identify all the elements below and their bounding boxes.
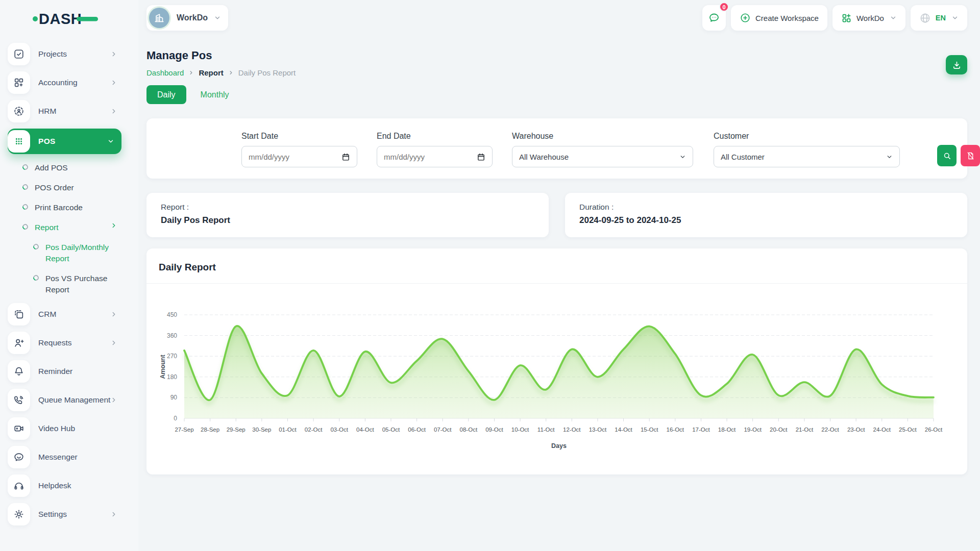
x-tick-label: 06-Oct (408, 427, 426, 433)
daily-report-card: Daily Report 09018027036045027-Sep28-Sep… (146, 248, 967, 474)
calendar-icon[interactable] (341, 153, 350, 161)
calendar-icon[interactable] (477, 153, 485, 161)
workspace-avatar building-icon (149, 8, 169, 28)
sidebar-item-settings[interactable]: Settings (8, 503, 121, 525)
tab-daily[interactable]: Daily (146, 85, 186, 104)
create-workspace-button[interactable]: Create Workspace (731, 5, 827, 31)
chevron-right-icon (110, 79, 117, 86)
sidebar-subitem-pos-vs-purchase-report[interactable]: Pos VS Purchase Report (8, 272, 121, 296)
sidebar-subitem-add-pos[interactable]: Add POS (8, 161, 121, 174)
chevron-right-icon (110, 51, 117, 58)
report-period-tabs: Daily Monthly (146, 85, 229, 104)
messages-button[interactable]: 0 (702, 5, 726, 31)
y-tick-label: 450 (167, 311, 177, 318)
x-tick-label: 07-Oct (434, 427, 452, 433)
copy-panels-icon (8, 303, 30, 325)
y-tick-label: 0 (174, 415, 177, 422)
start-date-label: Start Date (241, 132, 357, 141)
x-tick-label: 28-Sep (201, 427, 219, 433)
warehouse-select[interactable]: All Warehouse (512, 146, 693, 167)
sidebar-subitem-report[interactable]: Report (8, 221, 121, 234)
x-tick-label: 16-Oct (667, 427, 684, 433)
chevron-down-icon (890, 14, 897, 21)
brand-logo[interactable]: DASH (33, 8, 99, 30)
chevron-down-icon (679, 154, 686, 160)
filter-buttons (937, 145, 980, 166)
grid-plus-icon (8, 71, 30, 94)
y-tick-label: 180 (167, 373, 177, 381)
x-tick-label: 10-Oct (511, 427, 529, 433)
sidebar-nav: ProjectsAccountingHRMPOSAdd POSPOS Order… (8, 43, 121, 532)
filter-panel: Start Date End Date Warehouse All Wareho… (146, 118, 967, 179)
sidebar-item-hrm[interactable]: HRM (8, 100, 121, 122)
x-tick-label: 11-Oct (537, 427, 555, 433)
reset-filter-button[interactable] (961, 145, 980, 166)
x-tick-label: 14-Oct (615, 427, 632, 433)
globe-icon (919, 12, 931, 24)
sidebar-item-projects[interactable]: Projects (8, 43, 121, 65)
x-tick-label: 01-Oct (279, 427, 297, 433)
chevron-right-icon (110, 222, 117, 229)
x-tick-label: 02-Oct (305, 427, 323, 433)
download-button[interactable] (946, 55, 967, 74)
topbar-actions: 0 Create Workspace WorkDo EN (702, 5, 967, 31)
end-date-text[interactable] (384, 153, 477, 161)
sidebar-item-messenger[interactable]: Messenger (8, 446, 121, 468)
chevron-down-icon (951, 14, 959, 21)
breadcrumb-current: Daily Pos Report (238, 68, 296, 77)
messages-badge: 0 (719, 2, 729, 12)
search-button[interactable] (937, 145, 957, 166)
language-selector[interactable]: EN (911, 5, 967, 31)
start-date-input[interactable] (241, 146, 357, 167)
x-tick-label: 15-Oct (641, 427, 658, 433)
x-axis-title: Days (551, 442, 567, 449)
donut-bullet-icon (21, 203, 29, 211)
scan-user-icon (8, 100, 30, 122)
duration-card-value: 2024-09-25 to 2024-10-25 (579, 215, 953, 226)
chart-title: Daily Report (146, 248, 967, 284)
sidebar-item-pos[interactable]: POS (8, 129, 121, 154)
x-tick-label: 22-Oct (821, 427, 839, 433)
workspace-switcher[interactable]: WorkDo (146, 5, 228, 31)
customer-select[interactable]: All Customer (714, 146, 900, 167)
end-date-input[interactable] (377, 146, 493, 167)
sidebar-item-accounting[interactable]: Accounting (8, 71, 121, 94)
area-fill (184, 326, 934, 418)
chevron-right-icon (228, 70, 234, 76)
sidebar-item-crm[interactable]: CRM (8, 303, 121, 325)
dots-grid-icon (8, 130, 30, 153)
user-plus-icon (8, 332, 30, 354)
sidebar-subitem-print-barcode[interactable]: Print Barcode (8, 201, 121, 214)
x-tick-label: 29-Sep (227, 427, 246, 433)
create-workspace-label: Create Workspace (755, 14, 819, 22)
headphones-icon (8, 474, 30, 497)
chart-area: 09018027036045027-Sep28-Sep29-Sep30-Sep0… (146, 284, 967, 453)
sidebar-subitem-pos-order[interactable]: POS Order (8, 181, 121, 194)
x-tick-label: 21-Oct (796, 427, 814, 433)
tab-monthly[interactable]: Monthly (201, 90, 229, 99)
warehouse-label: Warehouse (512, 132, 694, 141)
x-tick-label: 12-Oct (563, 427, 581, 433)
x-tick-label: 19-Oct (744, 427, 762, 433)
x-tick-label: 27-Sep (175, 427, 193, 433)
page-header: Manage Pos Dashboard Report Daily Pos Re… (146, 49, 967, 77)
start-date-field: Start Date (241, 132, 357, 167)
sidebar-item-reminder[interactable]: Reminder (8, 360, 121, 383)
start-date-text[interactable] (249, 153, 341, 161)
breadcrumb-dashboard[interactable]: Dashboard (146, 68, 184, 77)
video-camera-icon (8, 417, 30, 440)
sidebar-item-helpdesk[interactable]: Helpdesk (8, 474, 121, 497)
svg-text:DASH: DASH (39, 11, 82, 27)
workspace-name: WorkDo (177, 13, 208, 22)
sidebar-subitem-pos-daily-monthly-report[interactable]: Pos Daily/Monthly Report (8, 241, 121, 265)
report-card-value: Daily Pos Report (161, 215, 534, 226)
report-card: Report : Daily Pos Report (146, 193, 549, 237)
end-date-field: End Date (377, 132, 493, 167)
workspace-dropdown[interactable]: WorkDo (832, 5, 905, 31)
sidebar-item-video-hub[interactable]: Video Hub (8, 417, 121, 440)
topbar: WorkDo 0 Create Workspace WorkDo (146, 5, 967, 31)
duration-card: Duration : 2024-09-25 to 2024-10-25 (565, 193, 967, 237)
area-chart[interactable]: 09018027036045027-Sep28-Sep29-Sep30-Sep0… (159, 292, 955, 453)
sidebar-item-requests[interactable]: Requests (8, 332, 121, 354)
sidebar-item-queue-management[interactable]: Queue Management (8, 389, 121, 411)
